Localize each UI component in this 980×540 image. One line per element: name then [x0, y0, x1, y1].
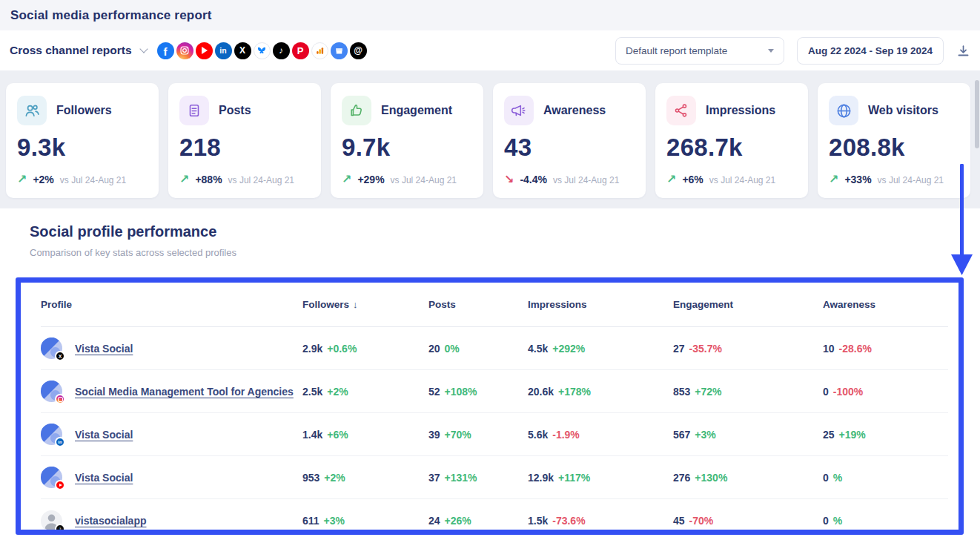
- column-header-awareness[interactable]: Awareness: [823, 299, 948, 310]
- column-header-posts[interactable]: Posts: [428, 299, 528, 310]
- awareness-change: %: [833, 472, 842, 484]
- stat-value: 9.3k: [17, 134, 148, 162]
- stat-label: Impressions: [706, 104, 775, 117]
- engagement-value: 276: [673, 472, 690, 484]
- stat-value: 9.7k: [342, 134, 472, 162]
- posts-value: 37: [428, 472, 440, 484]
- posts-change: +70%: [445, 429, 471, 441]
- sort-desc-icon[interactable]: ↓: [353, 299, 358, 310]
- linkedin-icon[interactable]: [215, 42, 232, 59]
- trend-up-icon: [342, 174, 351, 185]
- profile-link[interactable]: Vista Social: [75, 472, 133, 484]
- followers-change: +3%: [324, 515, 345, 527]
- stat-compare: vs Jul 24-Aug 21: [878, 175, 944, 185]
- tiktok-badge-icon: [55, 524, 65, 534]
- posts-change: +131%: [445, 472, 477, 484]
- toolbar-right: Default report template Aug 22 2024 - Se…: [615, 37, 970, 65]
- impressions-value: 4.5k: [528, 343, 548, 355]
- awareness-value: 0: [823, 472, 829, 484]
- stat-change: +88%: [195, 174, 222, 185]
- followers-change: +2%: [327, 386, 348, 398]
- posts-change: 0%: [445, 343, 460, 355]
- trend-up-icon: [829, 174, 838, 185]
- profile-link[interactable]: vistasocialapp: [75, 515, 147, 527]
- engagement-change: +130%: [695, 472, 727, 484]
- chevron-down-icon[interactable]: [139, 45, 148, 53]
- column-header-followers[interactable]: Followers↓: [302, 299, 428, 310]
- cross-channel-reports-label[interactable]: Cross channel reports: [10, 44, 132, 57]
- stat-change: +29%: [357, 174, 384, 185]
- stat-change: +6%: [682, 174, 703, 185]
- engagement-value: 27: [673, 343, 685, 355]
- megaphone-icon: [504, 96, 534, 125]
- stat-card-posts: Posts 218 +88% vs Jul 24-Aug 21: [168, 83, 321, 198]
- threads-icon[interactable]: [350, 42, 367, 59]
- google-analytics-icon[interactable]: [311, 42, 328, 59]
- facebook-icon[interactable]: [157, 42, 174, 59]
- globe-icon: [829, 96, 858, 125]
- followers-value: 611: [302, 515, 320, 527]
- followers-value: 2.9k: [302, 343, 322, 355]
- awareness-change: +19%: [839, 429, 866, 441]
- stat-change: +33%: [844, 174, 871, 185]
- avatar: [41, 381, 62, 402]
- stat-cards: Followers 9.3k +2% vs Jul 24-Aug 21 Post…: [6, 83, 970, 198]
- column-header-profile[interactable]: Profile: [41, 299, 302, 310]
- posts-value: 39: [428, 429, 440, 441]
- engagement-change: +72%: [695, 386, 721, 398]
- stat-value: 268.7k: [666, 134, 797, 162]
- profile-link[interactable]: Vista Social: [75, 429, 133, 441]
- channel-icons: [157, 42, 369, 59]
- posts-value: 24: [428, 515, 440, 527]
- engagement-value: 45: [673, 515, 685, 527]
- awareness-change: -100%: [833, 386, 863, 398]
- column-header-impressions[interactable]: Impressions: [528, 299, 673, 310]
- profile-link[interactable]: Social Media Management Tool for Agencie…: [75, 386, 294, 398]
- report-toolbar: Cross channel reports Defau: [0, 30, 980, 70]
- caret-down-icon: [768, 49, 774, 53]
- impressions-change: +178%: [558, 386, 591, 398]
- table-header-row: Profile Followers↓ Posts Impressions Eng…: [41, 283, 948, 327]
- instagram-badge-icon: [55, 394, 65, 404]
- scrollbar-thumb[interactable]: [975, 80, 979, 148]
- table-row: vistasocialapp 611+3% 24+26% 1.5k-73.6% …: [41, 499, 948, 535]
- impressions-change: +292%: [552, 343, 585, 355]
- section-title: Social profile performance: [30, 223, 980, 240]
- window-titlebar: Social media performance report: [0, 0, 980, 30]
- date-range-picker[interactable]: Aug 22 2024 - Sep 19 2024: [797, 37, 944, 65]
- table-row: Vista Social 1.4k+6% 39+70% 5.6k-1.9% 56…: [41, 413, 948, 456]
- trend-down-icon: [504, 174, 514, 185]
- document-icon: [179, 96, 209, 125]
- column-header-engagement[interactable]: Engagement: [673, 299, 823, 310]
- download-icon[interactable]: [956, 44, 970, 58]
- annotation-highlight-box: Profile Followers↓ Posts Impressions Eng…: [16, 277, 964, 535]
- section-subtitle: Comparison of key stats across selected …: [30, 247, 980, 258]
- google-business-profile-icon[interactable]: [331, 42, 348, 59]
- table-row: Vista Social 953+2% 37+131% 12.9k+117% 2…: [41, 456, 948, 499]
- report-template-select[interactable]: Default report template: [615, 37, 784, 65]
- youtube-badge-icon: [55, 480, 65, 490]
- instagram-icon[interactable]: [176, 42, 193, 59]
- impressions-value: 20.6k: [528, 386, 554, 398]
- profile-link[interactable]: Vista Social: [75, 343, 133, 355]
- followers-icon: [17, 96, 47, 125]
- pinterest-icon[interactable]: [292, 42, 309, 59]
- followers-value: 2.5k: [302, 386, 322, 398]
- impressions-change: +117%: [558, 472, 590, 484]
- table-row: Vista Social 2.9k+0.6% 200% 4.5k+292% 27…: [41, 327, 948, 370]
- stat-label: Web visitors: [868, 104, 938, 117]
- awareness-change: %: [833, 515, 842, 527]
- stat-label: Followers: [56, 104, 112, 117]
- stat-value: 208.8k: [829, 134, 959, 162]
- posts-change: +108%: [445, 386, 477, 398]
- page-title: Social media performance report: [10, 8, 212, 23]
- x-twitter-icon[interactable]: [234, 42, 251, 59]
- posts-value: 20: [428, 343, 440, 355]
- followers-change: +0.6%: [327, 343, 357, 355]
- stat-compare: vs Jul 24-Aug 21: [228, 175, 294, 185]
- impressions-value: 1.5k: [528, 515, 548, 527]
- tiktok-icon[interactable]: [273, 42, 290, 59]
- awareness-value: 25: [823, 429, 835, 441]
- youtube-icon[interactable]: [196, 42, 213, 59]
- bluesky-icon[interactable]: [254, 42, 271, 59]
